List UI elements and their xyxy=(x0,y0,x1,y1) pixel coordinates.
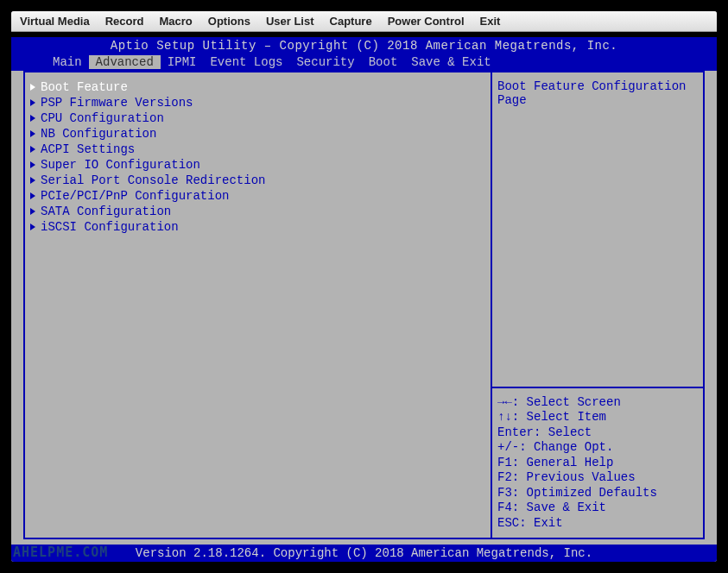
menu-item-nb-config[interactable]: NB Configuration xyxy=(28,126,487,142)
bios-tab-bar: MainAdvancedIPMIEvent LogsSecurityBootSa… xyxy=(11,54,717,71)
submenu-arrow-icon xyxy=(30,208,35,215)
key-help-line: Enter: Select xyxy=(497,425,698,441)
menu-item-label: iSCSI Configuration xyxy=(41,220,179,234)
menu-item-label: NB Configuration xyxy=(41,127,156,141)
submenu-arrow-icon xyxy=(30,224,35,230)
menu-virtual-media[interactable]: Virtual Media xyxy=(20,15,90,28)
menu-power-control[interactable]: Power Control xyxy=(388,15,465,28)
tab-ipmi[interactable]: IPMI xyxy=(161,55,204,69)
submenu-arrow-icon xyxy=(30,161,35,168)
menu-item-label: Boot Feature xyxy=(41,80,128,94)
menu-item-label: ACPI Settings xyxy=(41,142,135,156)
menu-item-psp-firmware[interactable]: PSP Firmware Versions xyxy=(28,95,487,110)
menu-capture[interactable]: Capture xyxy=(330,15,372,28)
tab-boot[interactable]: Boot xyxy=(362,55,405,69)
submenu-arrow-icon xyxy=(30,99,35,106)
key-help-line: +/-: Change Opt. xyxy=(497,440,698,456)
submenu-arrow-icon xyxy=(30,177,35,184)
key-legend: →←: Select Screen ↑↓: Select Item Enter:… xyxy=(492,387,703,538)
menu-item-label: Serial Port Console Redirection xyxy=(41,173,265,187)
key-help-line: F3: Optimized Defaults xyxy=(497,486,698,501)
menu-item-label: SATA Configuration xyxy=(41,205,171,218)
key-help-line: →←: Select Screen xyxy=(497,395,698,411)
menu-record[interactable]: Record xyxy=(105,15,144,28)
menu-item-serial-port[interactable]: Serial Port Console Redirection xyxy=(28,173,487,188)
menu-item-boot-feature[interactable]: Boot Feature xyxy=(28,79,487,95)
menu-item-cpu-config[interactable]: CPU Configuration xyxy=(28,110,487,126)
menu-user-list[interactable]: User List xyxy=(266,15,314,28)
submenu-arrow-icon xyxy=(30,130,35,137)
key-help-line: ESC: Exit xyxy=(497,516,698,532)
tab-save-exit[interactable]: Save & Exit xyxy=(404,55,497,69)
menu-macro[interactable]: Macro xyxy=(159,15,192,28)
item-help-text: Boot Feature Configuration Page xyxy=(492,72,703,387)
menu-item-iscsi-config[interactable]: iSCSI Configuration xyxy=(28,219,487,235)
bios-footer: Version 2.18.1264. Copyright (C) 2018 Am… xyxy=(11,545,717,562)
submenu-arrow-icon xyxy=(30,84,35,91)
menu-item-acpi-settings[interactable]: ACPI Settings xyxy=(28,142,487,157)
bios-content-frame: Boot Feature PSP Firmware Versions CPU C… xyxy=(23,71,705,539)
bios-menu-pane: Boot Feature PSP Firmware Versions CPU C… xyxy=(25,72,492,538)
bios-title-bar: Aptio Setup Utility – Copyright (C) 2018… xyxy=(11,37,717,54)
menu-item-label: CPU Configuration xyxy=(41,111,164,125)
menu-item-label: PSP Firmware Versions xyxy=(41,96,193,110)
submenu-arrow-icon xyxy=(30,146,35,153)
menu-item-label: Super IO Configuration xyxy=(41,158,200,172)
menu-exit[interactable]: Exit xyxy=(480,15,501,28)
key-help-line: ↑↓: Select Item xyxy=(497,410,698,425)
menu-item-pcie-config[interactable]: PCIe/PCI/PnP Configuration xyxy=(28,188,487,204)
key-help-line: F1: General Help xyxy=(497,456,698,471)
bios-help-pane: Boot Feature Configuration Page →←: Sele… xyxy=(492,72,703,538)
menu-item-label: PCIe/PCI/PnP Configuration xyxy=(41,189,229,203)
tab-security[interactable]: Security xyxy=(289,55,361,69)
tab-advanced[interactable]: Advanced xyxy=(89,55,161,69)
tab-event-logs[interactable]: Event Logs xyxy=(203,55,289,69)
tab-main[interactable]: Main xyxy=(46,55,89,69)
menu-item-super-io[interactable]: Super IO Configuration xyxy=(28,157,487,173)
submenu-arrow-icon xyxy=(30,192,35,199)
key-help-line: F4: Save & Exit xyxy=(497,501,698,516)
remote-console-menubar: Virtual Media Record Macro Options User … xyxy=(11,11,717,32)
menu-item-sata-config[interactable]: SATA Configuration xyxy=(28,204,487,219)
key-help-line: F2: Previous Values xyxy=(497,470,698,486)
submenu-arrow-icon xyxy=(30,115,35,122)
menu-options[interactable]: Options xyxy=(208,15,250,28)
